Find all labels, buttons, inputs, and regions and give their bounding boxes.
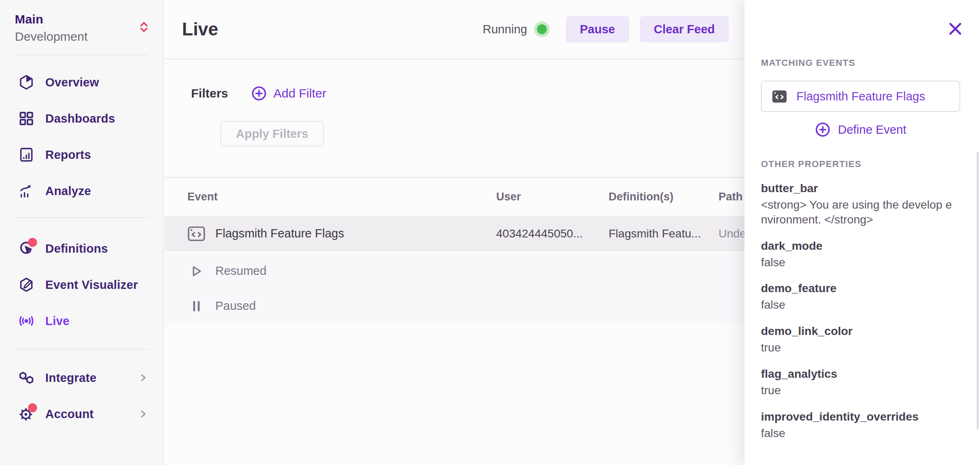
property-name: demo_link_color — [761, 325, 960, 338]
sidebar-divider — [15, 349, 148, 350]
chevron-right-icon — [136, 370, 151, 385]
sidebar-item-label: Event Visualizer — [45, 278, 138, 292]
property-value: <strong> You are using the develop e nvi… — [761, 198, 960, 227]
property-item: improved_identity_overrides false — [761, 410, 960, 441]
event-name: Paused — [215, 299, 256, 313]
property-item: demo_feature false — [761, 282, 960, 312]
sidebar-item-dashboards[interactable]: Dashboards — [0, 100, 163, 137]
panel-scrollbar[interactable] — [977, 151, 979, 429]
event-name: Resumed — [215, 264, 266, 278]
status-green-dot — [537, 24, 547, 34]
sidebar-item-label: Account — [45, 407, 93, 421]
property-item: butter_bar <strong> You are using the de… — [761, 182, 960, 227]
chevron-right-icon — [136, 407, 151, 421]
unfold-more-icon — [137, 20, 152, 35]
sidebar-item-label: Live — [45, 314, 70, 328]
property-name: butter_bar — [761, 182, 960, 195]
sidebar-divider — [15, 217, 148, 218]
clear-feed-button[interactable]: Clear Feed — [640, 16, 729, 42]
app-screen: Main Development Overview Dashboards — [0, 0, 980, 465]
column-header-event: Event — [187, 191, 496, 203]
analyze-icon — [18, 183, 35, 199]
property-item: dark_mode false — [761, 239, 960, 270]
sidebar-item-live[interactable]: Live — [0, 303, 163, 339]
table-header-row: Event User Definition(s) Path — [165, 178, 744, 216]
sidebar-item-label: Overview — [45, 76, 99, 89]
property-name: flag_analytics — [761, 367, 960, 381]
plus-circle-icon — [815, 122, 831, 137]
sidebar-item-analyze[interactable]: Analyze — [0, 173, 163, 209]
sidebar-nav: Overview Dashboards Reports Analyze — [0, 55, 163, 432]
event-visualizer-icon — [18, 277, 35, 293]
definitions-icon — [18, 240, 35, 257]
event-name: Flagsmith Feature Flags — [215, 227, 344, 240]
pause-icon — [187, 298, 205, 314]
page-title: Live — [182, 19, 218, 40]
apply-filters-button[interactable]: Apply Filters — [220, 121, 324, 146]
sidebar-item-label: Dashboards — [45, 112, 115, 126]
property-name: improved_identity_overrides — [761, 410, 960, 423]
define-event-label: Define Event — [838, 123, 906, 137]
notification-dot — [28, 403, 37, 412]
property-value: false — [761, 426, 960, 441]
workspace-environment-name: Development — [15, 30, 148, 44]
code-window-icon — [772, 89, 787, 104]
main-content: Live Running Pause Clear Feed Filters Ad… — [165, 0, 744, 465]
sidebar-item-label: Reports — [45, 148, 91, 162]
property-item: flag_analytics true — [761, 367, 960, 398]
add-filter-label: Add Filter — [273, 86, 326, 100]
play-icon — [187, 263, 205, 279]
workspace-project-name: Main — [15, 12, 148, 26]
definition-value: Flagsmith Featu... — [609, 227, 719, 240]
filters-section: Filters Add Filter Apply Filters — [165, 59, 744, 146]
sidebar-item-overview[interactable]: Overview — [0, 64, 163, 100]
property-name: demo_feature — [761, 282, 960, 295]
table-row-resumed[interactable]: Resumed — [165, 253, 744, 288]
feed-controls: Running Pause Clear Feed — [483, 16, 729, 42]
live-broadcast-icon — [18, 313, 35, 329]
close-icon — [945, 19, 965, 39]
dashboards-icon — [18, 110, 35, 127]
column-header-definitions: Definition(s) — [609, 191, 719, 203]
matching-event-name: Flagsmith Feature Flags — [796, 90, 925, 103]
user-id-value: 403424445050... — [496, 227, 609, 240]
property-value: true — [761, 340, 960, 355]
path-value: Undefined — [719, 227, 744, 240]
code-window-icon — [187, 226, 205, 242]
sidebar: Main Development Overview Dashboards — [0, 0, 164, 465]
sidebar-item-event-visualizer[interactable]: Event Visualizer — [0, 267, 163, 303]
workspace-switcher[interactable]: Main Development — [0, 0, 163, 44]
column-header-user: User — [496, 191, 609, 203]
event-details-panel: MATCHING EVENTS Flagsmith Feature Flags … — [744, 0, 980, 465]
sidebar-item-integrate[interactable]: Integrate — [0, 360, 163, 396]
property-item: demo_link_color true — [761, 325, 960, 355]
filters-label: Filters — [191, 86, 228, 100]
sidebar-item-label: Definitions — [45, 242, 108, 256]
property-value: false — [761, 298, 960, 312]
pause-button[interactable]: Pause — [566, 16, 629, 42]
define-event-button[interactable]: Define Event — [761, 115, 960, 144]
notification-dot — [28, 238, 37, 247]
table-row-flagsmith[interactable]: Flagsmith Feature Flags 403424445050... … — [165, 216, 744, 251]
add-filter-button[interactable]: Add Filter — [251, 86, 326, 101]
column-header-path: Path — [719, 191, 744, 203]
page-header: Live Running Pause Clear Feed — [165, 0, 744, 59]
sidebar-item-reports[interactable]: Reports — [0, 137, 163, 173]
table-row-paused[interactable]: Paused — [165, 288, 744, 323]
property-value: true — [761, 383, 960, 398]
property-name: dark_mode — [761, 239, 960, 253]
close-panel-button[interactable] — [945, 19, 965, 39]
matching-event-chip[interactable]: Flagsmith Feature Flags — [761, 81, 960, 112]
other-properties-heading: OTHER PROPERTIES — [761, 159, 960, 170]
plus-circle-icon — [251, 86, 267, 101]
gear-icon — [18, 406, 35, 422]
events-table: Event User Definition(s) Path Flagsmith … — [165, 177, 744, 323]
sidebar-item-definitions[interactable]: Definitions — [0, 230, 163, 267]
feed-status-label: Running — [483, 23, 527, 36]
integrate-icon — [18, 370, 35, 386]
sidebar-item-account[interactable]: Account — [0, 396, 163, 432]
matching-events-heading: MATCHING EVENTS — [761, 0, 960, 68]
sidebar-item-label: Analyze — [45, 184, 91, 198]
overview-icon — [18, 74, 35, 91]
reports-icon — [18, 146, 35, 163]
